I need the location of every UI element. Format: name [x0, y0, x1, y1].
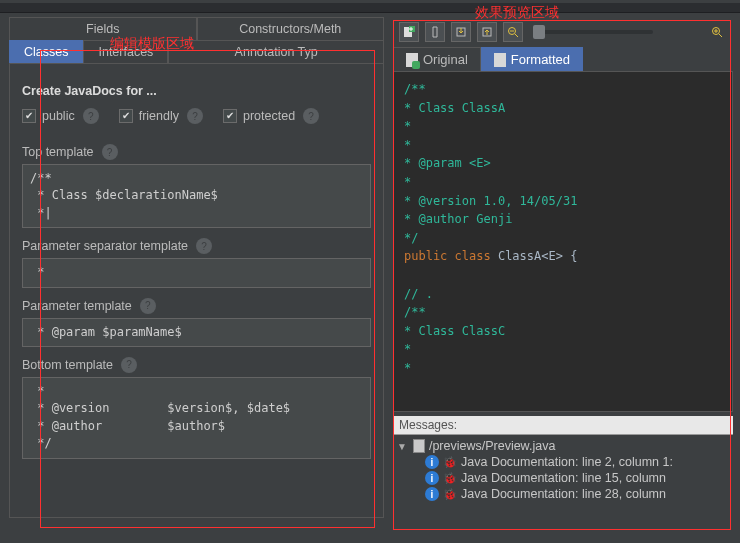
preview-toolbar [393, 19, 733, 45]
code-line: * [404, 340, 722, 359]
file-icon [413, 439, 425, 453]
doc-icon [406, 53, 418, 67]
slider-knob[interactable] [533, 25, 545, 39]
new-doc-button[interactable] [399, 22, 419, 42]
input-top-template[interactable]: /** * Class $declarationName$ *| [22, 164, 371, 228]
label-top-template: Top template? [22, 144, 371, 160]
check-friendly-label: friendly [139, 109, 179, 123]
tree-expand-icon[interactable]: ▼ [397, 441, 407, 452]
input-param[interactable]: * @param $paramName$ [22, 318, 371, 347]
code-preview[interactable]: /** * Class ClassA * * * @param <E> * * … [393, 72, 733, 412]
code-line: * @param <E> [404, 154, 722, 173]
code-line: */ [404, 229, 722, 248]
message-row[interactable]: i 🐞 Java Documentation: line 28, column [397, 486, 729, 502]
check-protected[interactable] [223, 109, 237, 123]
code-line: public class ClassA<E> { [404, 247, 722, 266]
svg-line-5 [515, 34, 518, 37]
help-icon[interactable]: ? [83, 108, 99, 124]
code-line: // . [404, 285, 722, 304]
help-icon[interactable]: ? [196, 238, 212, 254]
bug-icon: 🐞 [443, 456, 457, 469]
svg-line-8 [719, 34, 722, 37]
tab-constructors[interactable]: Constructors/Meth [197, 17, 385, 40]
code-line: * [404, 117, 722, 136]
messages-panel: Messages: ▼ /previews/Preview.java i 🐞 J… [393, 416, 733, 505]
code-line: * Class ClassA [404, 99, 722, 118]
message-row[interactable]: i 🐞 Java Documentation: line 15, column [397, 470, 729, 486]
preview-panel: Original Formatted /** * Class ClassA * … [393, 19, 733, 537]
help-icon[interactable]: ? [140, 298, 156, 314]
help-icon[interactable]: ? [187, 108, 203, 124]
tab-original[interactable]: Original [393, 47, 481, 71]
tab-annotation-type[interactable]: Annotation Typ [168, 40, 384, 63]
info-icon: i [425, 471, 439, 485]
input-param-sep[interactable]: * [22, 258, 371, 287]
help-icon[interactable]: ? [102, 144, 118, 160]
section-heading: Create JavaDocs for ... [22, 84, 371, 98]
preview-tabs: Original Formatted [393, 47, 733, 72]
export-button[interactable] [477, 22, 497, 42]
code-line: * Class ClassC [404, 322, 722, 341]
help-icon[interactable]: ? [121, 357, 137, 373]
tab-formatted[interactable]: Formatted [481, 47, 583, 71]
cursor-button[interactable] [425, 22, 445, 42]
tab-fields[interactable]: Fields [9, 17, 197, 40]
message-row[interactable]: i 🐞 Java Documentation: line 2, column 1… [397, 454, 729, 470]
editor-panel: Fields Constructors/Meth Classes Interfa… [9, 17, 384, 539]
messages-header: Messages: [393, 416, 733, 435]
tab-row-2: Classes Interfaces Annotation Typ [9, 40, 384, 63]
code-line: * [404, 136, 722, 155]
code-line: * @author Genji [404, 210, 722, 229]
input-bottom[interactable]: * * @version $version$, $date$ * @author… [22, 377, 371, 459]
code-line: * @version 1.0, 14/05/31 [404, 192, 722, 211]
code-line: /** [404, 80, 722, 99]
zoom-in-button[interactable] [707, 22, 727, 42]
messages-file-row[interactable]: ▼ /previews/Preview.java [397, 438, 729, 454]
bug-icon: 🐞 [443, 488, 457, 501]
check-public[interactable] [22, 109, 36, 123]
help-icon[interactable]: ? [303, 108, 319, 124]
check-friendly[interactable] [119, 109, 133, 123]
tab-body: Create JavaDocs for ... public ? friendl… [9, 63, 384, 518]
info-icon: i [425, 487, 439, 501]
import-button[interactable] [451, 22, 471, 42]
tab-row-1: Fields Constructors/Meth [9, 17, 384, 40]
check-protected-label: protected [243, 109, 295, 123]
label-param-sep: Parameter separator template? [22, 238, 371, 254]
label-bottom: Bottom template? [22, 357, 371, 373]
zoom-out-button[interactable] [503, 22, 523, 42]
zoom-slider[interactable] [533, 30, 653, 34]
label-param: Parameter template? [22, 298, 371, 314]
code-line: /** [404, 303, 722, 322]
bug-icon: 🐞 [443, 472, 457, 485]
doc-icon [494, 53, 506, 67]
check-public-label: public [42, 109, 75, 123]
info-icon: i [425, 455, 439, 469]
tab-classes[interactable]: Classes [9, 40, 83, 63]
code-line: * [404, 359, 722, 378]
code-line: * [404, 173, 722, 192]
tab-interfaces[interactable]: Interfaces [83, 40, 168, 63]
visibility-checks: public ? friendly ? protected ? [22, 108, 371, 124]
